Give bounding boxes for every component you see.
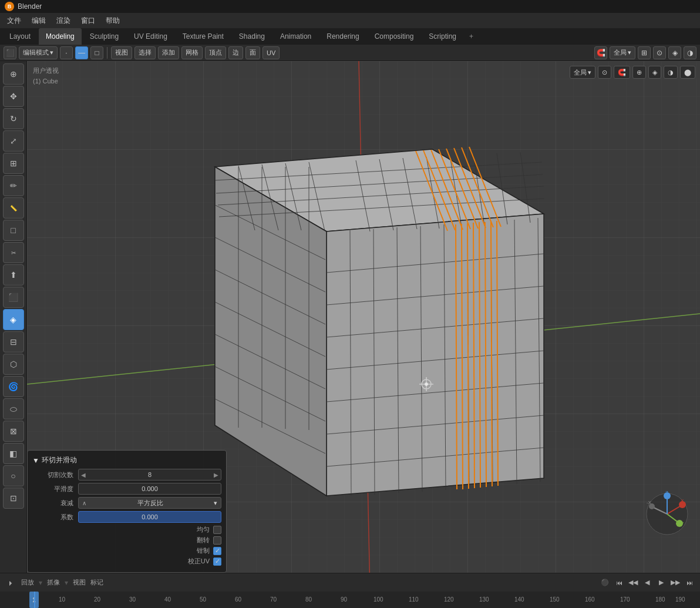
- vertex-menu[interactable]: 顶点: [205, 46, 226, 59]
- tab-compositing[interactable]: Compositing: [368, 28, 421, 45]
- viewport-transform[interactable]: 全局 ▾: [570, 66, 595, 79]
- mode-selector[interactable]: 编辑模式 ▾: [19, 46, 58, 59]
- prev-frame-icon[interactable]: ◀◀: [627, 577, 639, 589]
- smoothness-value: 0.000: [81, 485, 218, 492]
- smoothness-field[interactable]: 0.000: [78, 483, 221, 495]
- tab-sculpting[interactable]: Sculpting: [83, 28, 126, 45]
- smooth-tool[interactable]: ⬭: [3, 398, 24, 419]
- snap-icon[interactable]: 🧲: [594, 46, 607, 59]
- viewport-label: 用户透视 (1) Cube: [33, 66, 59, 86]
- scale-tool[interactable]: ⤢: [3, 130, 24, 152]
- viewport-3d[interactable]: 用户透视 (1) Cube: [27, 61, 700, 573]
- collapse-icon[interactable]: ▼: [32, 456, 39, 465]
- svg-text:-X: -X: [647, 500, 652, 505]
- loop-cut-tool[interactable]: ⊟: [3, 331, 24, 352]
- titlebar: B Blender: [0, 0, 700, 13]
- correct-uv-checkbox[interactable]: ✓: [213, 557, 221, 566]
- editor-type-icon[interactable]: ⏵: [5, 577, 16, 589]
- edge-menu[interactable]: 边: [228, 46, 243, 59]
- viewport-shading-rendered[interactable]: ⬤: [680, 66, 695, 79]
- smoothness-row: 平滑度 0.000: [32, 483, 221, 495]
- viewport-proportional[interactable]: ⊕: [632, 66, 646, 79]
- tab-shading[interactable]: Shading: [232, 28, 272, 45]
- view-menu[interactable]: 视图: [111, 46, 132, 59]
- global-selector[interactable]: 全局 ▾: [610, 46, 635, 59]
- select-box-tool[interactable]: □: [3, 220, 24, 241]
- transform-icon[interactable]: ⊞: [638, 46, 651, 59]
- view-menu-timeline[interactable]: 视图: [73, 578, 86, 587]
- jump-start-icon[interactable]: ⏮: [613, 577, 625, 589]
- app-title: Blender: [18, 2, 42, 11]
- tab-animation[interactable]: Animation: [273, 28, 318, 45]
- annotate-tool[interactable]: ✏: [3, 175, 24, 196]
- separator-1: [107, 47, 107, 59]
- uv-menu[interactable]: UV: [262, 46, 280, 59]
- face-menu[interactable]: 面: [245, 46, 260, 59]
- overlay-icon[interactable]: ⊙: [653, 46, 666, 59]
- mesh-menu[interactable]: 网格: [181, 46, 203, 59]
- viewport-pivot[interactable]: ⊙: [598, 66, 611, 79]
- clamp-row: 钳制 ✓: [32, 546, 221, 555]
- cursor-tool[interactable]: ⊕: [3, 63, 24, 85]
- clamp-checkbox[interactable]: ✓: [213, 547, 221, 555]
- falloff-field[interactable]: ∧ 平方反比 ▾: [78, 497, 221, 509]
- tab-scripting[interactable]: Scripting: [422, 28, 463, 45]
- next-frame-icon[interactable]: ▶▶: [669, 577, 681, 589]
- tab-uv-editing[interactable]: UV Editing: [127, 28, 174, 45]
- timeline-ruler[interactable]: 1 10 20 30 40 50 60 70 80 90 100 110 120…: [0, 592, 700, 608]
- viewport-shading-1[interactable]: ◈: [668, 46, 681, 59]
- rotate-tool[interactable]: ↻: [3, 108, 24, 129]
- even-row: 均匀: [32, 525, 221, 534]
- reverse-play-icon[interactable]: ◀: [641, 577, 653, 589]
- flipped-checkbox[interactable]: [213, 536, 221, 545]
- viewport-shading-solid[interactable]: ◑: [664, 66, 678, 79]
- poly-build-tool[interactable]: ⬡: [3, 354, 24, 375]
- tab-texture-paint[interactable]: Texture Paint: [176, 28, 231, 45]
- to-sphere-tool[interactable]: ○: [3, 465, 24, 486]
- frame-190: 190: [675, 596, 685, 603]
- rip-tool[interactable]: ✂: [3, 242, 24, 263]
- edge-select-icon[interactable]: —: [75, 46, 88, 59]
- shear-tool[interactable]: ◧: [3, 443, 24, 464]
- viewport-shading-2[interactable]: ◑: [684, 46, 696, 59]
- frame-140: 140: [514, 596, 524, 603]
- menu-edit[interactable]: 编辑: [27, 15, 51, 27]
- select-menu[interactable]: 选择: [134, 46, 156, 59]
- spin-tool[interactable]: 🌀: [3, 376, 24, 397]
- transform-tool[interactable]: ⊞: [3, 153, 24, 174]
- shrink-tool[interactable]: ⊡: [3, 488, 24, 509]
- even-checkbox[interactable]: [213, 526, 221, 534]
- viewport-shading-wire[interactable]: ◈: [648, 66, 661, 79]
- menu-help[interactable]: 帮助: [101, 15, 124, 27]
- menu-render[interactable]: 渲染: [52, 15, 75, 27]
- transform-orientation-label: 全局: [574, 68, 587, 77]
- cut-count-decrease[interactable]: ◀: [81, 472, 86, 478]
- viewport-snapping[interactable]: 🧲: [614, 66, 630, 79]
- extrude-tool[interactable]: ⬆: [3, 264, 24, 285]
- play-icon[interactable]: ▶: [655, 577, 667, 589]
- navigation-gizmo[interactable]: X -X Y Z: [644, 491, 691, 538]
- cut-count-increase[interactable]: ▶: [214, 472, 218, 478]
- frame-90: 90: [341, 596, 347, 603]
- bevel-tool[interactable]: ◈: [3, 309, 24, 330]
- vertex-select-icon[interactable]: ·: [60, 46, 73, 59]
- menu-file[interactable]: 文件: [2, 15, 26, 27]
- cut-count-row: 切割次数 ◀ 8 ▶: [32, 469, 221, 481]
- markers-menu[interactable]: 标记: [90, 578, 103, 587]
- edge-slide-tool[interactable]: ⊠: [3, 421, 24, 442]
- inset-tool[interactable]: ⬛: [3, 287, 24, 308]
- playback-menu[interactable]: 回放: [21, 578, 34, 587]
- jump-end-icon[interactable]: ⏭: [684, 577, 695, 589]
- factor-field[interactable]: 0.000: [78, 511, 221, 523]
- tab-rendering[interactable]: Rendering: [319, 28, 366, 45]
- add-menu[interactable]: 添加: [158, 46, 179, 59]
- move-tool[interactable]: ✥: [3, 86, 24, 107]
- cut-count-field[interactable]: ◀ 8 ▶: [78, 469, 221, 481]
- tab-layout[interactable]: Layout: [2, 28, 38, 45]
- keying-menu[interactable]: 抓像: [47, 578, 60, 587]
- add-workspace-button[interactable]: +: [465, 28, 478, 45]
- measure-tool[interactable]: 📏: [3, 197, 24, 219]
- menu-window[interactable]: 窗口: [76, 15, 100, 27]
- face-select-icon[interactable]: □: [90, 46, 103, 59]
- tab-modeling[interactable]: Modeling: [39, 28, 82, 45]
